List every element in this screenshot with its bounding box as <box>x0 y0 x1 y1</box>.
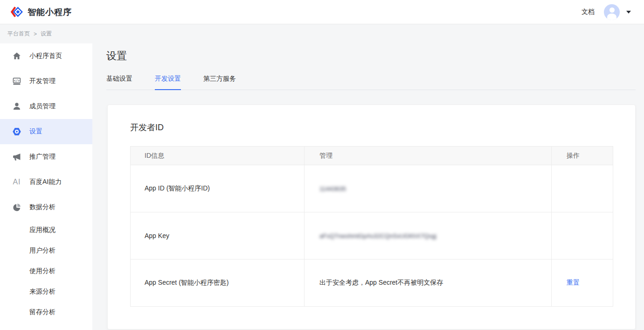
avatar-head-shape <box>609 7 615 13</box>
sidebar-item-label: 数据分析 <box>29 203 55 211</box>
sidebar-subitem-label: 用户分析 <box>29 246 55 255</box>
table-row-app-id: App ID (智能小程序ID) 11443635 <box>131 165 613 212</box>
table-row-app-secret: App Secret (智能小程序密匙) 出于安全考虑，App Secret不再… <box>131 260 613 307</box>
sidebar-item-label: 推广管理 <box>29 153 55 161</box>
sidebar-subitem-label: 使用分析 <box>29 267 55 275</box>
code-icon: </> <box>11 77 22 86</box>
table-header-row: ID信息 管理 操作 <box>131 147 613 165</box>
tab-basic-settings[interactable]: 基础设置 <box>106 75 132 90</box>
sidebar-subitem-source-analysis[interactable]: 来源分析 <box>0 281 92 302</box>
sidebar-item-analytics[interactable]: 数据分析 <box>0 195 92 220</box>
sidebar-item-dev-manage[interactable]: </> 开发管理 <box>0 69 92 94</box>
ai-icon: AI <box>11 178 22 186</box>
app-secret-label: App Secret (智能小程序密匙) <box>131 260 305 307</box>
sidebar-subitem-label: 应用概况 <box>29 226 55 234</box>
developer-id-table: ID信息 管理 操作 App ID (智能小程序ID) 11443635 App… <box>130 146 613 307</box>
tab-dev-settings[interactable]: 开发设置 <box>155 75 181 90</box>
sidebar-item-label: 成员管理 <box>29 102 55 111</box>
column-header-id-info: ID信息 <box>131 147 305 165</box>
app-id-value-masked: 11443635 <box>319 185 346 192</box>
sidebar: 小程序首页 </> 开发管理 成员管理 设置 <box>0 43 92 330</box>
sidebar-item-label: 百度AI能力 <box>29 178 62 186</box>
sidebar-subitem-retention-analysis[interactable]: 留存分析 <box>0 302 92 323</box>
smart-program-logo-icon <box>10 6 23 18</box>
app-secret-note: 出于安全考虑，App Secret不再被明文保存 <box>319 279 443 286</box>
brand-title: 智能小程序 <box>28 7 72 18</box>
sidebar-item-label: 开发管理 <box>29 77 55 85</box>
breadcrumb-separator: > <box>34 31 37 37</box>
sidebar-item-members[interactable]: 成员管理 <box>0 94 92 119</box>
column-header-action: 操作 <box>552 147 613 165</box>
megaphone-icon <box>11 152 22 161</box>
home-icon <box>11 51 22 61</box>
tab-third-party[interactable]: 第三方服务 <box>203 75 236 90</box>
top-header: 智能小程序 文档 <box>0 0 644 24</box>
app-id-action-cell <box>552 165 613 212</box>
settings-icon <box>11 127 22 136</box>
sidebar-subitem-app-overview[interactable]: 应用概况 <box>0 220 92 240</box>
developer-id-card: 开发者ID ID信息 管理 操作 App ID (智能小程序ID) 114436… <box>107 105 636 330</box>
settings-tabs: 基础设置 开发设置 第三方服务 <box>106 75 636 90</box>
avatar-body-shape <box>607 14 616 20</box>
sidebar-item-promotion[interactable]: 推广管理 <box>0 144 92 169</box>
app-key-action-cell <box>552 212 613 260</box>
brand[interactable]: 智能小程序 <box>10 6 72 18</box>
member-icon <box>11 102 22 111</box>
column-header-manage: 管理 <box>305 147 552 165</box>
app-id-label: App ID (智能小程序ID) <box>131 165 305 212</box>
sidebar-subitem-usage-analysis[interactable]: 使用分析 <box>0 261 92 281</box>
sidebar-item-label: 设置 <box>29 127 42 136</box>
sidebar-item-settings[interactable]: 设置 <box>0 119 92 144</box>
sidebar-item-home[interactable]: 小程序首页 <box>0 43 92 69</box>
reset-secret-link[interactable]: 重置 <box>567 279 580 286</box>
breadcrumb: 平台首页 > 设置 <box>0 24 644 43</box>
app-key-label: App Key <box>131 212 305 260</box>
sidebar-item-ai[interactable]: AI 百度AI能力 <box>0 169 92 195</box>
breadcrumb-current: 设置 <box>41 30 52 38</box>
app-key-value-masked: aFsQ7nwshmtGpAs32CQnSxUGKhX7Qsgj <box>319 232 436 239</box>
doc-link[interactable]: 文档 <box>582 8 595 16</box>
chevron-down-icon[interactable] <box>626 11 631 14</box>
sidebar-subitem-label: 来源分析 <box>29 288 55 296</box>
sidebar-item-label: 小程序首页 <box>29 52 62 60</box>
user-avatar[interactable] <box>604 4 620 20</box>
table-row-app-key: App Key aFsQ7nwshmtGpAs32CQnSxUGKhX7Qsgj <box>131 212 613 260</box>
svg-text:</>: </> <box>14 78 20 83</box>
developer-id-heading: 开发者ID <box>130 122 635 133</box>
page-title: 设置 <box>106 49 644 63</box>
pie-chart-icon <box>11 203 22 212</box>
sidebar-subitem-user-analysis[interactable]: 用户分析 <box>0 240 92 261</box>
sidebar-subitem-label: 留存分析 <box>29 308 55 316</box>
breadcrumb-home[interactable]: 平台首页 <box>7 30 30 38</box>
main-content: 设置 基础设置 开发设置 第三方服务 开发者ID ID信息 管理 操作 App … <box>92 43 644 330</box>
